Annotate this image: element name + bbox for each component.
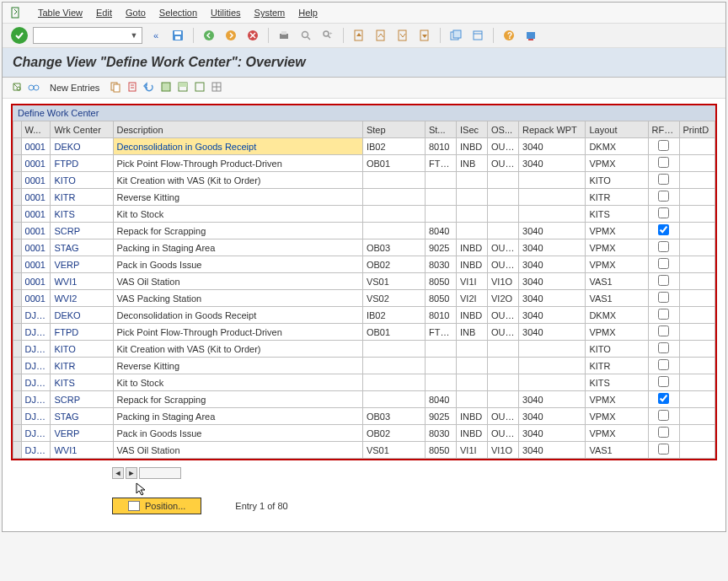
row-marker[interactable] xyxy=(13,358,22,374)
cell-isec[interactable] xyxy=(456,206,487,223)
cell-rfhu[interactable] xyxy=(648,189,679,206)
cell-layout[interactable]: KITR xyxy=(586,189,648,206)
col-rfhu[interactable]: RF: HU xyxy=(648,121,679,138)
rfhu-checkbox[interactable] xyxy=(658,342,669,353)
menu-edit[interactable]: Edit xyxy=(89,6,119,19)
col-printd[interactable]: PrintD xyxy=(679,121,715,138)
cell-repack[interactable]: 3040 xyxy=(519,155,586,172)
row-marker[interactable] xyxy=(13,374,22,391)
cell-step[interactable] xyxy=(362,223,425,239)
cell-layout[interactable]: VPMX xyxy=(586,155,648,172)
cell-step[interactable] xyxy=(362,358,425,374)
undo-icon[interactable] xyxy=(143,81,155,94)
glasses-icon[interactable] xyxy=(28,81,40,94)
select-all-icon[interactable] xyxy=(160,81,172,94)
cell-osec[interactable]: VI1O xyxy=(488,442,519,459)
cell-stor[interactable]: 8040 xyxy=(425,223,456,239)
cell-stor[interactable] xyxy=(425,172,456,189)
cell-stor[interactable]: 8040 xyxy=(425,391,456,408)
cell-printd[interactable] xyxy=(679,341,715,358)
cell-stor[interactable]: 8030 xyxy=(425,256,456,273)
rfhu-checkbox[interactable] xyxy=(658,140,669,151)
cell-rfhu[interactable] xyxy=(648,341,679,358)
cell-stor[interactable]: 8050 xyxy=(425,273,456,290)
row-marker[interactable] xyxy=(13,324,22,341)
cell-whno[interactable]: 0001 xyxy=(21,273,51,290)
cell-printd[interactable] xyxy=(679,425,715,442)
table-row[interactable]: 0001FTPDPick Point Flow-Through Product-… xyxy=(13,155,715,172)
cell-description[interactable]: Kit Creation with VAS (Kit to Order) xyxy=(113,341,362,358)
menu-help[interactable]: Help xyxy=(292,6,324,19)
cell-wrkcenter[interactable]: KITO xyxy=(51,172,113,189)
menu-system[interactable]: System xyxy=(248,6,292,19)
cell-whno[interactable]: DJPL xyxy=(21,425,51,442)
cell-whno[interactable]: 0001 xyxy=(21,223,51,239)
cell-layout[interactable]: KITR xyxy=(586,358,648,374)
row-marker[interactable] xyxy=(13,408,22,425)
rfhu-checkbox[interactable] xyxy=(658,410,669,421)
menu-table-view[interactable]: Table View xyxy=(31,6,89,19)
cell-printd[interactable] xyxy=(679,273,715,290)
cell-description[interactable]: Kit to Stock xyxy=(113,206,362,223)
cell-rfhu[interactable] xyxy=(648,425,679,442)
new-entries-button[interactable]: New Entries xyxy=(45,81,104,94)
cell-layout[interactable]: VPMX xyxy=(586,391,648,408)
rfhu-checkbox[interactable] xyxy=(658,275,669,286)
col-selector[interactable] xyxy=(13,121,22,138)
horizontal-scrollbar[interactable]: ◄ ► xyxy=(3,465,725,481)
table-row[interactable]: DJPLSTAGPacking in Staging AreaOB039025I… xyxy=(13,408,715,425)
settings-icon[interactable] xyxy=(522,27,539,44)
cell-whno[interactable]: DJPL xyxy=(21,307,51,324)
cell-step[interactable] xyxy=(362,391,425,408)
cell-rfhu[interactable] xyxy=(648,206,679,223)
cell-layout[interactable]: VPMX xyxy=(586,239,648,256)
scroll-right-icon[interactable]: ► xyxy=(126,467,137,479)
cell-wrkcenter[interactable]: KITR xyxy=(51,358,113,374)
cell-stor[interactable] xyxy=(425,206,456,223)
cell-isec[interactable]: INB xyxy=(456,155,487,172)
row-marker[interactable] xyxy=(13,239,22,256)
col-step[interactable]: Step xyxy=(362,121,425,138)
cell-wrkcenter[interactable]: VERP xyxy=(51,425,113,442)
cell-step[interactable]: VS01 xyxy=(362,273,425,290)
cell-repack[interactable]: 3040 xyxy=(519,256,586,273)
cell-step[interactable]: IB02 xyxy=(362,307,425,324)
cell-printd[interactable] xyxy=(679,189,715,206)
cell-printd[interactable] xyxy=(679,290,715,307)
table-row[interactable]: 0001WVI2VAS Packing StationVS028050VI2IV… xyxy=(13,290,715,307)
row-marker[interactable] xyxy=(13,155,22,172)
cell-isec[interactable]: INB xyxy=(456,324,487,341)
cell-printd[interactable] xyxy=(679,374,715,391)
cell-isec[interactable] xyxy=(456,358,487,374)
table-row[interactable]: 0001KITSKit to StockKITS xyxy=(13,206,715,223)
cell-osec[interactable] xyxy=(488,172,519,189)
cell-repack[interactable]: 3040 xyxy=(519,408,586,425)
cell-description[interactable]: VAS Packing Station xyxy=(113,290,362,307)
cell-step[interactable]: OB02 xyxy=(362,256,425,273)
cell-isec[interactable]: INBD xyxy=(456,138,487,155)
cell-stor[interactable]: 9025 xyxy=(425,239,456,256)
cell-description[interactable]: Pack in Goods Issue xyxy=(113,256,362,273)
cell-rfhu[interactable] xyxy=(648,358,679,374)
table-row[interactable]: 0001DEKODeconsolidation in Goods Receipt… xyxy=(13,138,715,155)
table-row[interactable]: 0001KITOKit Creation with VAS (Kit to Or… xyxy=(13,172,715,189)
find-icon[interactable] xyxy=(297,27,314,44)
cell-wrkcenter[interactable]: STAG xyxy=(51,408,113,425)
cell-osec[interactable] xyxy=(488,358,519,374)
cell-description[interactable]: Reverse Kitting xyxy=(113,358,362,374)
cell-repack[interactable]: 3040 xyxy=(519,138,586,155)
row-marker[interactable] xyxy=(13,273,22,290)
row-marker[interactable] xyxy=(13,138,22,155)
cell-printd[interactable] xyxy=(679,307,715,324)
select-block-icon[interactable] xyxy=(177,81,189,94)
cell-rfhu[interactable] xyxy=(648,324,679,341)
cell-rfhu[interactable] xyxy=(648,155,679,172)
back-double-icon[interactable]: « xyxy=(147,27,164,44)
cell-layout[interactable]: VAS1 xyxy=(586,442,648,459)
cell-repack[interactable] xyxy=(519,172,586,189)
cell-whno[interactable]: 0001 xyxy=(21,172,51,189)
cell-osec[interactable] xyxy=(488,374,519,391)
cell-repack[interactable]: 3040 xyxy=(519,442,586,459)
cell-step[interactable] xyxy=(362,189,425,206)
table-row[interactable]: DJPLFTPDPick Point Flow-Through Product-… xyxy=(13,324,715,341)
